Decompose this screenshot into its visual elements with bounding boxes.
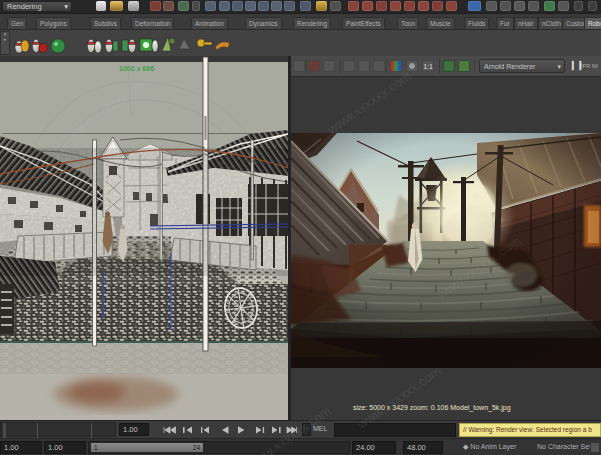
svg-text:1000 x 666: 1000 x 666 bbox=[119, 65, 154, 72]
